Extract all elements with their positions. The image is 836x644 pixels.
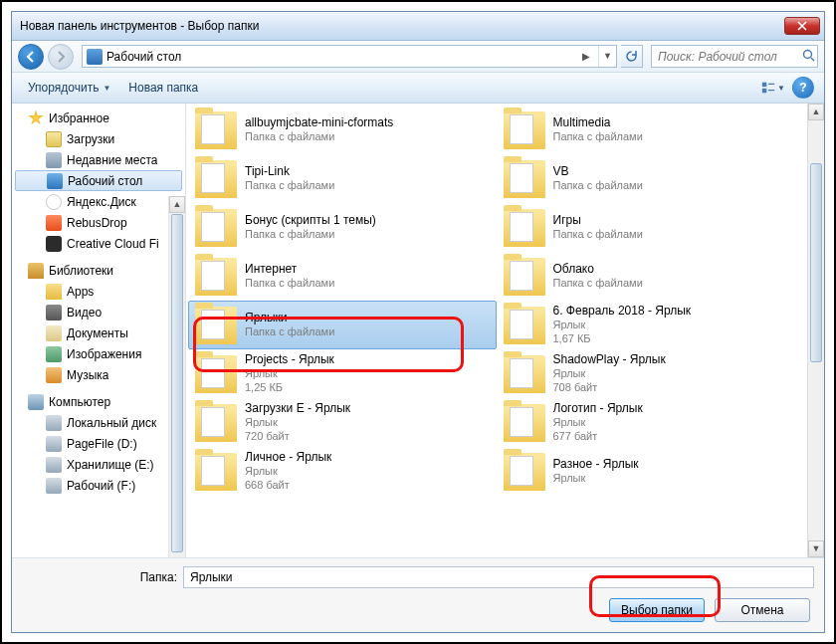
documents-icon [46,325,62,341]
scroll-thumb[interactable] [171,214,183,552]
sidebar-scrollbar[interactable]: ▲ ▼ [168,196,185,557]
file-item[interactable]: Личное - Ярлык Ярлык 668 байт [188,447,497,496]
scroll-down-icon[interactable]: ▼ [808,540,824,557]
drive-icon [46,436,62,452]
tree-item-apps[interactable]: Apps [12,281,185,302]
folder-icon [504,160,545,198]
file-name: Интернет [245,262,334,277]
folder-icon [195,453,237,491]
file-name: Личное - Ярлык [245,450,331,465]
file-type: Папка с файлами [245,228,376,242]
tree-item-recent[interactable]: Недавние места [12,149,185,170]
video-icon [46,305,62,321]
rebus-icon [46,215,62,231]
search-box[interactable] [651,45,818,68]
file-name: Tipi-Link [245,164,334,179]
folder-icon [504,111,545,149]
search-input[interactable] [652,50,799,64]
scroll-up-icon[interactable]: ▲ [169,196,185,213]
file-item[interactable]: Multimedia Папка с файлами [497,106,805,154]
file-item[interactable]: Tipi-Link Папка с файлами [188,154,497,203]
desktop-icon [47,173,63,189]
folder-icon [195,258,237,296]
folder-icon [504,453,545,491]
file-name: Бонус (скрипты 1 темы) [245,213,376,228]
view-options-button[interactable]: ▼ [760,77,786,99]
file-name: Загрузки E - Ярлык [245,401,350,416]
svg-rect-2 [762,89,766,93]
tree-computer-header[interactable]: Компьютер [12,391,185,412]
folder-icon [504,258,545,296]
file-type: Ярлык [553,319,692,332]
tree-item-drive-e[interactable]: Хранилище (E:) [12,454,185,475]
folder-name-input[interactable] [183,566,814,588]
file-item[interactable]: Облако Папка с файлами [497,252,805,301]
tree-item-drive-c[interactable]: Локальный диск [12,412,185,433]
file-size: 708 байт [553,381,666,395]
file-name: Облако [553,262,643,277]
file-item[interactable]: ShadowPlay - Ярлык Ярлык 708 байт [497,349,805,398]
folder-icon [504,355,545,393]
file-size: 1,67 КБ [553,332,692,346]
file-type: Ярлык [553,367,666,381]
forward-button [48,44,74,70]
address-bar[interactable]: Рабочий стол ▶ ▼ [82,45,617,68]
address-dropdown-icon[interactable]: ▼ [598,46,616,67]
file-scrollbar[interactable]: ▲ ▼ [807,104,824,557]
organize-button[interactable]: Упорядочить▼ [22,78,116,98]
search-icon[interactable] [799,49,817,65]
drive-icon [46,478,62,494]
tree-item-drive-f[interactable]: Рабочий (F:) [12,475,185,496]
file-item[interactable]: Ярлыки Папка с файлами [188,301,497,349]
tree-item-rebus[interactable]: RebusDrop [12,212,185,233]
close-button[interactable] [784,17,820,35]
command-bar: Упорядочить▼ Новая папка ▼ ? [12,73,824,104]
star-icon [28,110,44,126]
tree-item-music[interactable]: Музыка [12,364,185,385]
recent-icon [46,152,62,168]
file-item[interactable]: Логотип - Ярлык Ярлык 677 байт [497,398,805,447]
tree-item-video[interactable]: Видео [12,302,185,322]
choose-folder-button[interactable]: Выбор папки [609,598,705,622]
scroll-thumb[interactable] [810,163,822,362]
file-type: Папка с файлами [245,277,334,291]
tree-item-downloads[interactable]: Загрузки [12,128,185,149]
file-type: Папка с файлами [553,277,643,291]
folder-icon [46,131,62,147]
file-item[interactable]: Игры Папка с файлами [497,203,805,252]
folder-icon [504,209,545,247]
file-type: Ярлык [245,465,331,479]
file-list-pane: allbuymjcbate-mini-cformats Папка с файл… [186,104,824,557]
tree-item-drive-d[interactable]: PageFile (D:) [12,433,185,454]
file-item[interactable]: Разное - Ярлык Ярлык [497,447,805,496]
file-item[interactable]: VB Папка с файлами [497,154,805,203]
new-folder-button[interactable]: Новая папка [122,78,204,98]
tree-item-cc[interactable]: Creative Cloud Fi [12,233,185,254]
scroll-up-icon[interactable]: ▲ [808,104,824,120]
breadcrumb-arrow-icon[interactable]: ▶ [574,51,598,62]
window-title: Новая панель инструментов - Выбор папки [20,19,784,33]
refresh-button[interactable] [621,45,643,68]
file-size: 677 байт [553,430,643,444]
drive-icon [46,457,62,473]
tree-item-yandex[interactable]: Яндекс.Диск [12,191,185,212]
folder-icon [504,307,545,344]
address-text: Рабочий стол [106,50,574,64]
back-button[interactable] [18,44,44,70]
svg-rect-1 [762,83,766,87]
tree-item-desktop[interactable]: Рабочий стол [15,170,182,191]
tree-item-documents[interactable]: Документы [12,322,185,343]
tree-libraries-header[interactable]: Библиотеки [12,260,185,281]
help-button[interactable]: ? [792,77,814,99]
file-item[interactable]: 6. Февраль 2018 - Ярлык Ярлык 1,67 КБ [497,301,805,349]
file-item[interactable]: Бонус (скрипты 1 темы) Папка с файлами [188,203,497,252]
file-type: Папка с файлами [245,179,334,193]
file-item[interactable]: allbuymjcbate-mini-cformats Папка с файл… [188,106,497,154]
tree-item-images[interactable]: Изображения [12,343,185,364]
file-type: Ярлык [245,367,334,381]
tree-favorites-header[interactable]: Избранное [12,107,185,128]
cancel-button[interactable]: Отмена [715,598,810,622]
file-item[interactable]: Загрузки E - Ярлык Ярлык 720 байт [188,398,497,447]
file-item[interactable]: Интернет Папка с файлами [188,252,497,301]
file-item[interactable]: Projects - Ярлык Ярлык 1,25 КБ [188,349,497,398]
